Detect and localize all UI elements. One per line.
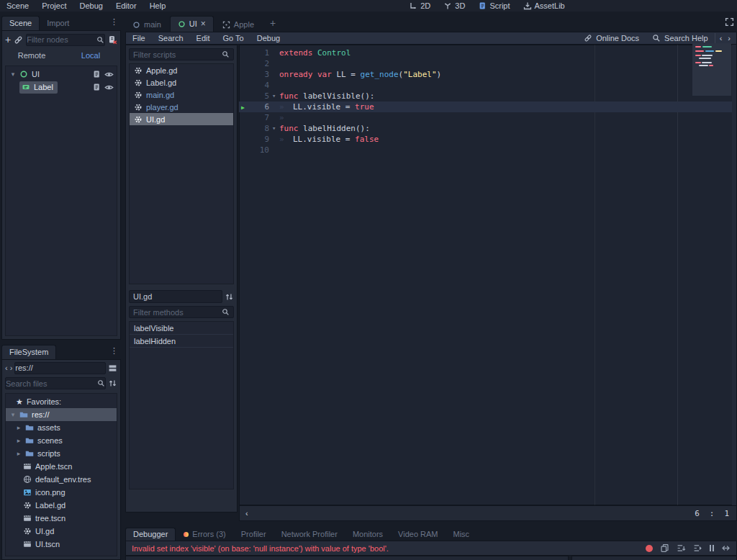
tab-profiler[interactable]: Profiler [234, 528, 273, 541]
break-record-icon[interactable] [646, 545, 653, 552]
code-line[interactable]: 7» [239, 112, 733, 123]
history-back-icon[interactable]: ‹ [5, 363, 8, 372]
code-line-current[interactable]: ▶6»LL.visible = true [239, 101, 733, 112]
fold-caret-icon[interactable]: ▾ [272, 123, 276, 134]
code-line[interactable]: 10 [239, 145, 733, 155]
filter-scripts-input[interactable]: Filter scripts [129, 48, 234, 60]
step-over-icon[interactable] [693, 543, 702, 553]
pause-icon[interactable] [710, 545, 714, 551]
tab-network-profiler[interactable]: Network Profiler [274, 528, 345, 541]
attached-script-icon[interactable] [92, 70, 101, 78]
scene-tab-main[interactable]: main [125, 18, 168, 32]
menu-help[interactable]: Help [143, 0, 173, 12]
tab-monitors[interactable]: Monitors [345, 528, 390, 541]
dock-options-icon[interactable]: ⋮ [110, 346, 118, 356]
file-row-scripts[interactable]: ▸ scripts [6, 447, 117, 460]
file-row-ui-gd[interactable]: UI.gd [6, 525, 117, 538]
step-into-icon[interactable] [677, 543, 686, 553]
tab-filesystem[interactable]: FileSystem [1, 345, 56, 359]
code-line[interactable]: 9»LL.visible = false [239, 134, 733, 145]
tab-misc[interactable]: Misc [446, 528, 477, 541]
expand-caret-icon[interactable]: ▸ [16, 450, 22, 457]
search-help-button[interactable]: Search Help [646, 32, 715, 44]
file-row-apple-tscn[interactable]: Apple.tscn [6, 460, 117, 473]
file-row-label-gd[interactable]: Label.gd [6, 499, 117, 512]
workspace-script-button[interactable]: Script [471, 0, 516, 12]
tab-scene[interactable]: Scene [1, 16, 40, 30]
fold-caret-icon[interactable]: ▾ [272, 91, 276, 101]
file-row-default-env[interactable]: default_env.tres [6, 473, 117, 486]
script-history-forward-icon[interactable]: › [726, 32, 736, 44]
online-docs-button[interactable]: Online Docs [577, 32, 646, 44]
workspace-3d-button[interactable]: 3D [437, 0, 471, 12]
scene-tree-row-label[interactable]: Label [6, 81, 117, 94]
menu-editor[interactable]: Editor [109, 0, 143, 12]
workspace-2d-button[interactable]: 2D [402, 0, 437, 12]
expand-caret-icon[interactable]: ▸ [16, 424, 22, 431]
script-menu-edit[interactable]: Edit [190, 32, 217, 44]
filter-nodes-input[interactable]: Filter nodes [26, 34, 105, 46]
local-toggle[interactable]: Local [61, 51, 120, 60]
code-line[interactable]: 8▾func labelHidden(): [239, 123, 733, 134]
visibility-eye-icon[interactable] [104, 83, 114, 92]
file-row-res[interactable]: ▾ res:// [6, 408, 117, 421]
scene-tree-row-ui[interactable]: ▾ UI [6, 68, 117, 81]
menu-project[interactable]: Project [35, 0, 73, 12]
tab-debugger[interactable]: Debugger [125, 528, 176, 541]
tab-video-ram[interactable]: Video RAM [391, 528, 445, 541]
code-line[interactable]: 2 [239, 58, 733, 69]
workspace-assetlib-button[interactable]: AssetLib [517, 0, 571, 12]
script-list-item[interactable]: player.gd [130, 101, 233, 113]
code-line[interactable]: 3onready var LL = get_node("Label") [239, 69, 733, 80]
script-list-item[interactable]: Apple.gd [130, 64, 233, 76]
script-menu-search[interactable]: Search [152, 32, 190, 44]
favorites-header[interactable]: ★ Favorites: [6, 395, 117, 408]
path-field[interactable]: res:// [14, 362, 106, 374]
distraction-free-icon[interactable] [725, 17, 734, 27]
expand-caret-icon[interactable]: ▸ [16, 437, 22, 444]
script-history-back-icon[interactable]: ‹ [715, 32, 727, 44]
code-line[interactable]: 1extends Control [239, 48, 733, 58]
close-tab-icon[interactable]: × [201, 19, 206, 29]
script-list-item[interactable]: Label.gd [130, 76, 233, 89]
code-minimap[interactable] [692, 43, 731, 96]
search-files-input[interactable]: Search files [5, 377, 106, 389]
collapse-caret-icon[interactable]: ▾ [10, 411, 16, 418]
file-row-ui-tscn[interactable]: UI.tscn [6, 538, 117, 551]
method-list-item[interactable]: labelVisible [130, 322, 233, 335]
filter-methods-input[interactable]: Filter methods [129, 306, 234, 318]
code-vscrollbar[interactable] [732, 45, 736, 505]
visibility-eye-icon[interactable] [104, 70, 114, 79]
continue-icon[interactable] [721, 543, 731, 553]
menu-scene[interactable]: Scene [0, 0, 35, 12]
file-row-scenes[interactable]: ▸ scenes [6, 434, 117, 447]
script-list-item-selected[interactable]: UI.gd [130, 113, 233, 125]
scene-tab-ui[interactable]: UI × [170, 16, 214, 32]
code-line[interactable]: 4 [239, 80, 733, 91]
script-menu-goto[interactable]: Go To [217, 32, 250, 44]
split-mode-icon[interactable] [108, 363, 117, 373]
script-menu-file[interactable]: File [126, 32, 152, 44]
instance-scene-button[interactable] [14, 35, 23, 45]
menu-debug[interactable]: Debug [73, 0, 109, 12]
file-row-assets[interactable]: ▸ assets [6, 421, 117, 434]
scroll-left-icon[interactable]: ‹ [240, 509, 254, 518]
file-row-tree-tscn[interactable]: tree.tscn [6, 512, 117, 525]
sort-methods-icon[interactable] [225, 292, 234, 302]
dock-options-icon[interactable]: ⋮ [110, 17, 118, 27]
method-list-item[interactable]: labelHidden [130, 335, 233, 348]
collapse-caret-icon[interactable]: ▾ [10, 71, 16, 78]
code-line[interactable]: 5▾func labelVisible(): [239, 91, 733, 101]
tab-import[interactable]: Import [40, 17, 76, 30]
scene-tab-apple[interactable]: Apple [215, 18, 261, 32]
script-list-item[interactable]: main.gd [130, 89, 233, 101]
sort-files-icon[interactable] [108, 379, 117, 388]
remote-toggle[interactable]: Remote [2, 51, 61, 60]
attached-script-icon[interactable] [92, 83, 101, 91]
history-forward-icon[interactable]: › [10, 363, 13, 372]
script-menu-debug[interactable]: Debug [250, 32, 286, 44]
tab-errors[interactable]: Errors (3) [176, 528, 232, 541]
new-scene-tab-button[interactable]: + [263, 15, 283, 32]
add-node-button[interactable]: + [5, 34, 11, 45]
current-script-field[interactable]: UI.gd [129, 290, 222, 303]
